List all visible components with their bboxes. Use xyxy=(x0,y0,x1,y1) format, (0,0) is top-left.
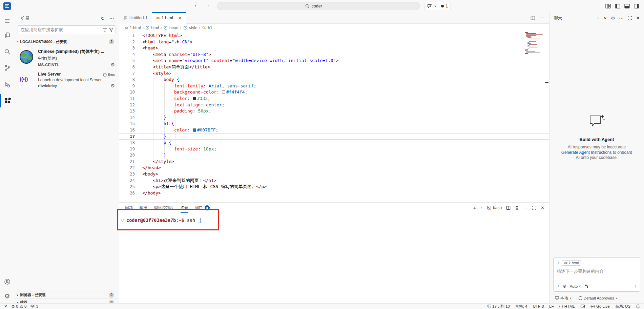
code-line[interactable]: 13 padding: 50px; xyxy=(119,108,549,115)
toggle-primary-sidebar-icon[interactable] xyxy=(615,3,620,9)
split-editor-icon[interactable] xyxy=(531,16,535,20)
terminal-tab-bash[interactable]: bash xyxy=(487,205,502,210)
add-context-icon[interactable]: + xyxy=(557,261,560,266)
code-line[interactable]: 6 <title>简单页面</title> xyxy=(119,64,549,70)
code-line[interactable]: 24 <h1>欢迎来到我的网页！</h1> xyxy=(119,178,549,184)
chat-settings-gear-icon[interactable]: ⚙ xyxy=(611,16,615,20)
code-line[interactable]: 22</head> xyxy=(119,165,549,171)
send-button[interactable]: ↑ xyxy=(634,283,637,289)
code-line[interactable]: 17 } xyxy=(119,133,549,140)
extensions-icon[interactable] xyxy=(0,94,14,107)
close-chat-icon[interactable]: ✕ xyxy=(636,15,640,21)
mcp-tools-icon[interactable]: ⊘ xyxy=(563,284,566,289)
encoding-status[interactable]: UTF-8 xyxy=(533,304,544,308)
new-terminal-icon[interactable]: + xyxy=(473,205,476,211)
code-line[interactable]: 25 <p>这是一个使用 HTML 和 CSS 编写的简单页面。</p> xyxy=(119,184,549,190)
code-line[interactable]: 2<html lang="zh-CN"> xyxy=(119,39,549,45)
extensions-search-box[interactable] xyxy=(18,25,116,34)
attach-plus-icon[interactable]: + xyxy=(557,284,560,289)
search-view-icon[interactable] xyxy=(0,45,14,58)
customize-layout-icon[interactable] xyxy=(605,3,611,9)
model-picker[interactable]: Auto ∨ xyxy=(570,284,581,288)
account-icon[interactable] xyxy=(0,275,14,288)
breadcrumb-style[interactable]: style xyxy=(189,25,198,30)
copilot-chat-pill[interactable]: ∨ 1 xyxy=(424,2,451,10)
kill-terminal-trash-icon[interactable] xyxy=(515,206,519,210)
chat-input-placeholder[interactable]: 描述下一步要构建的内容 xyxy=(557,269,637,274)
code-line[interactable]: 7 <style> xyxy=(119,70,549,77)
tools-sliders-icon[interactable] xyxy=(584,284,589,288)
close-panel-icon[interactable]: ✕ xyxy=(541,205,544,210)
extension-gear-icon[interactable]: ⚙ xyxy=(110,83,115,88)
section-installed[interactable]: ∨ LOCALHOST:8000 - 已安装 2 xyxy=(14,38,119,46)
code-line[interactable]: 23<body> xyxy=(119,171,549,178)
minimap[interactable] xyxy=(525,32,544,54)
code-line[interactable]: 8 body { xyxy=(119,77,549,83)
terminal-profile-chevron-icon[interactable]: ∨ xyxy=(480,206,483,209)
search-input[interactable] xyxy=(312,4,332,8)
indentation-status[interactable]: 空格: 4 xyxy=(515,304,527,309)
toggle-panel-icon[interactable] xyxy=(624,3,630,9)
command-center-search[interactable] xyxy=(217,2,420,10)
bell-icon[interactable] xyxy=(636,304,640,309)
breadcrumb-head[interactable]: head xyxy=(169,25,179,30)
cursor-position-status[interactable]: 行 17，列 10 xyxy=(487,304,510,309)
code-line[interactable]: 4 <meta charset="UTF-8"> xyxy=(119,52,549,58)
code-line[interactable]: 10 background-color: #f4f4f4; xyxy=(119,89,549,96)
eol-status[interactable]: LF xyxy=(549,304,554,308)
editor-more-actions-icon[interactable]: ⋯ xyxy=(540,15,544,20)
breadcrumb-file[interactable]: 1.html xyxy=(130,25,141,30)
go-live-status[interactable]: Go Live xyxy=(590,304,610,308)
section-browser[interactable]: ∨ 浏览器 - 已安装 0 xyxy=(14,291,119,298)
funnel-filter-icon[interactable] xyxy=(109,28,113,32)
code-line[interactable]: 19 font-size: 18px; xyxy=(119,146,549,152)
language-mode-status[interactable]: { } HTML xyxy=(559,304,575,308)
remote-indicator[interactable]: ✕ xyxy=(4,304,7,309)
explorer-icon[interactable] xyxy=(0,28,14,42)
code-line[interactable]: 26</body> xyxy=(119,190,549,197)
menu-hamburger-icon[interactable] xyxy=(0,14,14,28)
source-control-icon[interactable] xyxy=(0,61,14,75)
more-actions-icon[interactable]: ⋯ xyxy=(109,16,114,21)
open-chat-editor-icon[interactable] xyxy=(628,16,632,20)
chat-more-actions-icon[interactable]: ⋯ xyxy=(619,15,624,21)
extension-gear-icon[interactable]: ⚙ xyxy=(110,62,115,67)
run-debug-icon[interactable] xyxy=(0,78,14,91)
chat-chevron-icon[interactable]: ∨ xyxy=(603,16,607,20)
forward-button[interactable]: → xyxy=(204,2,210,8)
back-button[interactable]: ← xyxy=(194,2,200,8)
breadcrumb-h1[interactable]: h1 xyxy=(208,25,212,30)
approvals-picker[interactable]: Default Approvals ∨ xyxy=(579,296,618,300)
code-line[interactable]: 9 font-family: Arial, sans-serif; xyxy=(119,83,549,89)
maximize-panel-icon[interactable] xyxy=(532,206,536,210)
toggle-secondary-sidebar-icon[interactable] xyxy=(634,3,639,9)
code-line[interactable]: 3<head> xyxy=(119,45,549,52)
generate-agent-instructions-link[interactable]: Generate Agent Instructions xyxy=(561,150,612,155)
problems-status[interactable]: ⊘0 ⚠0 xyxy=(12,304,27,309)
app-logo-icon[interactable] xyxy=(3,2,11,10)
refresh-icon[interactable]: ↻ xyxy=(101,16,105,21)
forwarded-ports-status[interactable]: 3 xyxy=(30,304,38,308)
close-tab-icon[interactable]: ✕ xyxy=(179,16,182,20)
environment-picker[interactable]: 本地 ∨ xyxy=(555,295,572,301)
settings-gear-icon[interactable]: ⚙ xyxy=(0,289,14,303)
code-line[interactable]: 15 h1 { xyxy=(119,121,549,127)
new-chat-icon[interactable]: + xyxy=(597,15,599,21)
tab-untitled-1[interactable]: Untitled-1 xyxy=(119,12,152,24)
copilot-status-icon[interactable] xyxy=(580,304,585,308)
chevron-down-icon[interactable]: ∨ xyxy=(434,5,437,7)
code-line[interactable]: 5 <meta name="viewport" content="width=d… xyxy=(119,58,549,64)
extension-item-live-server[interactable]: ((•)) 8ms Live Server Launch a developme… xyxy=(14,69,119,91)
context-chip-current-file[interactable]: <> 1.html xyxy=(562,260,581,266)
code-line[interactable]: 20 } xyxy=(119,152,549,159)
extension-item-chinese[interactable]: Chinese (Simplified) (简体中文) ... 中文(简体) M… xyxy=(14,46,119,68)
chat-input-card[interactable]: + <> 1.html 描述下一步要构建的内容 + ⊘ Auto ∨ ↑ xyxy=(553,257,640,292)
breadcrumb-html[interactable]: html xyxy=(151,25,159,30)
code-line[interactable]: 11 color: #333; xyxy=(119,96,549,102)
filter-lines-icon[interactable] xyxy=(103,28,107,32)
code-line[interactable]: 18 p { xyxy=(119,140,549,146)
panel-more-actions-icon[interactable]: ⋯ xyxy=(523,205,528,210)
code-line[interactable]: 16 color: #007BFF; xyxy=(119,127,549,133)
code-editor[interactable]: 1<!DOCTYPE html>2<html lang="zh-CN">3<he… xyxy=(119,32,549,202)
code-line[interactable]: 14 } xyxy=(119,115,549,121)
